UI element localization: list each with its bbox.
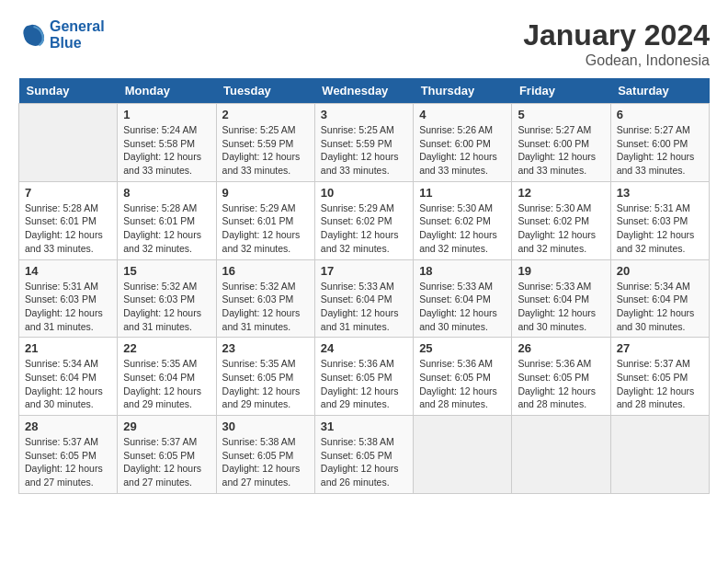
calendar-day-cell: 24Sunrise: 5:36 AMSunset: 6:05 PMDayligh… [314,338,413,416]
day-number: 6 [617,108,703,121]
day-number: 1 [123,108,210,121]
calendar-day-cell: 28Sunrise: 5:37 AMSunset: 6:05 PMDayligh… [19,416,118,494]
calendar-day-cell: 29Sunrise: 5:37 AMSunset: 6:05 PMDayligh… [118,416,216,494]
calendar-day-header: Thursday [414,78,512,104]
day-number: 13 [617,186,703,200]
day-number: 9 [222,186,309,200]
calendar-day-cell: 5Sunrise: 5:27 AMSunset: 6:00 PMDaylight… [512,104,610,182]
calendar-day-header: Saturday [610,78,709,104]
calendar-header-row: SundayMondayTuesdayWednesdayThursdayFrid… [19,78,710,104]
day-info: Sunrise: 5:33 AMSunset: 6:04 PMDaylight:… [321,280,407,334]
calendar-day-cell: 21Sunrise: 5:34 AMSunset: 6:04 PMDayligh… [19,338,118,416]
calendar-day-cell: 7Sunrise: 5:28 AMSunset: 6:01 PMDaylight… [19,181,118,259]
day-info: Sunrise: 5:38 AMSunset: 6:05 PMDaylight:… [321,435,407,489]
day-number: 20 [617,264,703,278]
day-number: 24 [321,341,407,355]
calendar-day-cell: 25Sunrise: 5:36 AMSunset: 6:05 PMDayligh… [414,338,512,416]
logo: General Blue [18,18,105,52]
day-info: Sunrise: 5:37 AMSunset: 6:05 PMDaylight:… [617,357,703,411]
calendar-day-header: Tuesday [216,78,314,104]
calendar-body: 1Sunrise: 5:24 AMSunset: 5:58 PMDaylight… [19,104,710,494]
calendar-day-cell: 26Sunrise: 5:36 AMSunset: 6:05 PMDayligh… [512,338,610,416]
calendar-day-cell: 20Sunrise: 5:34 AMSunset: 6:04 PMDayligh… [610,259,709,338]
day-number: 29 [123,419,210,433]
day-info: Sunrise: 5:36 AMSunset: 6:05 PMDaylight:… [321,357,407,411]
day-number: 18 [419,264,506,278]
calendar-day-cell: 2Sunrise: 5:25 AMSunset: 5:59 PMDaylight… [216,104,314,182]
day-info: Sunrise: 5:34 AMSunset: 6:04 PMDaylight:… [617,280,703,334]
calendar-day-cell: 30Sunrise: 5:38 AMSunset: 6:05 PMDayligh… [216,416,314,494]
day-number: 16 [222,264,309,278]
calendar-day-cell: 16Sunrise: 5:32 AMSunset: 6:03 PMDayligh… [216,259,314,338]
day-info: Sunrise: 5:36 AMSunset: 6:05 PMDaylight:… [518,357,604,411]
day-info: Sunrise: 5:29 AMSunset: 6:01 PMDaylight:… [222,201,309,256]
day-number: 11 [419,186,506,200]
calendar-day-cell: 3Sunrise: 5:25 AMSunset: 5:59 PMDaylight… [314,104,413,182]
day-number: 5 [518,108,604,121]
title-block: January 2024 Godean, Indonesia [523,18,710,69]
calendar-week-row: 7Sunrise: 5:28 AMSunset: 6:01 PMDaylight… [19,181,710,259]
day-number: 26 [518,341,604,355]
calendar-week-row: 1Sunrise: 5:24 AMSunset: 5:58 PMDaylight… [19,104,710,182]
day-info: Sunrise: 5:31 AMSunset: 6:03 PMDaylight:… [25,280,111,334]
calendar-day-cell: 10Sunrise: 5:29 AMSunset: 6:02 PMDayligh… [314,181,413,259]
calendar-week-row: 28Sunrise: 5:37 AMSunset: 6:05 PMDayligh… [19,416,710,494]
location-title: Godean, Indonesia [523,52,710,69]
calendar-day-cell [19,104,118,182]
day-info: Sunrise: 5:35 AMSunset: 6:05 PMDaylight:… [222,357,309,411]
calendar-day-cell: 12Sunrise: 5:30 AMSunset: 6:02 PMDayligh… [512,181,610,259]
calendar-day-header: Sunday [19,78,118,104]
day-info: Sunrise: 5:33 AMSunset: 6:04 PMDaylight:… [518,280,604,334]
day-info: Sunrise: 5:32 AMSunset: 6:03 PMDaylight:… [222,280,309,334]
calendar-day-header: Monday [118,78,216,104]
day-number: 23 [222,341,309,355]
calendar-day-cell: 6Sunrise: 5:27 AMSunset: 6:00 PMDaylight… [610,104,709,182]
calendar-week-row: 14Sunrise: 5:31 AMSunset: 6:03 PMDayligh… [19,259,710,338]
day-number: 10 [321,186,407,200]
day-info: Sunrise: 5:37 AMSunset: 6:05 PMDaylight:… [25,435,111,489]
day-info: Sunrise: 5:37 AMSunset: 6:05 PMDaylight:… [123,435,210,489]
logo-icon [18,21,46,49]
day-info: Sunrise: 5:25 AMSunset: 5:59 PMDaylight:… [222,123,309,178]
day-number: 22 [123,341,210,355]
day-number: 7 [25,186,111,200]
calendar-day-cell: 15Sunrise: 5:32 AMSunset: 6:03 PMDayligh… [118,259,216,338]
calendar-day-cell: 8Sunrise: 5:28 AMSunset: 6:01 PMDaylight… [118,181,216,259]
day-info: Sunrise: 5:24 AMSunset: 5:58 PMDaylight:… [123,123,210,178]
calendar-day-header: Friday [512,78,610,104]
day-info: Sunrise: 5:25 AMSunset: 5:59 PMDaylight:… [321,123,407,178]
day-number: 3 [321,108,407,121]
calendar-day-cell: 4Sunrise: 5:26 AMSunset: 6:00 PMDaylight… [414,104,512,182]
day-info: Sunrise: 5:26 AMSunset: 6:00 PMDaylight:… [419,123,506,178]
day-info: Sunrise: 5:36 AMSunset: 6:05 PMDaylight:… [419,357,506,411]
day-number: 8 [123,186,210,200]
calendar-day-cell: 1Sunrise: 5:24 AMSunset: 5:58 PMDaylight… [118,104,216,182]
calendar-week-row: 21Sunrise: 5:34 AMSunset: 6:04 PMDayligh… [19,338,710,416]
calendar-day-header: Wednesday [314,78,413,104]
day-info: Sunrise: 5:28 AMSunset: 6:01 PMDaylight:… [25,201,111,256]
calendar-day-cell [414,416,512,494]
day-number: 17 [321,264,407,278]
day-info: Sunrise: 5:38 AMSunset: 6:05 PMDaylight:… [222,435,309,489]
calendar-day-cell: 9Sunrise: 5:29 AMSunset: 6:01 PMDaylight… [216,181,314,259]
day-info: Sunrise: 5:30 AMSunset: 6:02 PMDaylight:… [419,201,506,256]
day-info: Sunrise: 5:27 AMSunset: 6:00 PMDaylight:… [617,123,703,178]
calendar-day-cell: 11Sunrise: 5:30 AMSunset: 6:02 PMDayligh… [414,181,512,259]
day-info: Sunrise: 5:33 AMSunset: 6:04 PMDaylight:… [419,280,506,334]
day-number: 14 [25,264,111,278]
logo-text: General Blue [50,18,105,52]
calendar-day-cell: 27Sunrise: 5:37 AMSunset: 6:05 PMDayligh… [610,338,709,416]
day-info: Sunrise: 5:28 AMSunset: 6:01 PMDaylight:… [123,201,210,256]
page-header: General Blue January 2024 Godean, Indone… [18,18,710,69]
day-info: Sunrise: 5:27 AMSunset: 6:00 PMDaylight:… [518,123,604,178]
day-number: 30 [222,419,309,433]
day-info: Sunrise: 5:29 AMSunset: 6:02 PMDaylight:… [321,201,407,256]
day-number: 27 [617,341,703,355]
calendar-day-cell: 22Sunrise: 5:35 AMSunset: 6:04 PMDayligh… [118,338,216,416]
calendar-day-cell: 13Sunrise: 5:31 AMSunset: 6:03 PMDayligh… [610,181,709,259]
day-number: 21 [25,341,111,355]
day-number: 31 [321,419,407,433]
day-number: 4 [419,108,506,121]
day-number: 25 [419,341,506,355]
day-number: 28 [25,419,111,433]
